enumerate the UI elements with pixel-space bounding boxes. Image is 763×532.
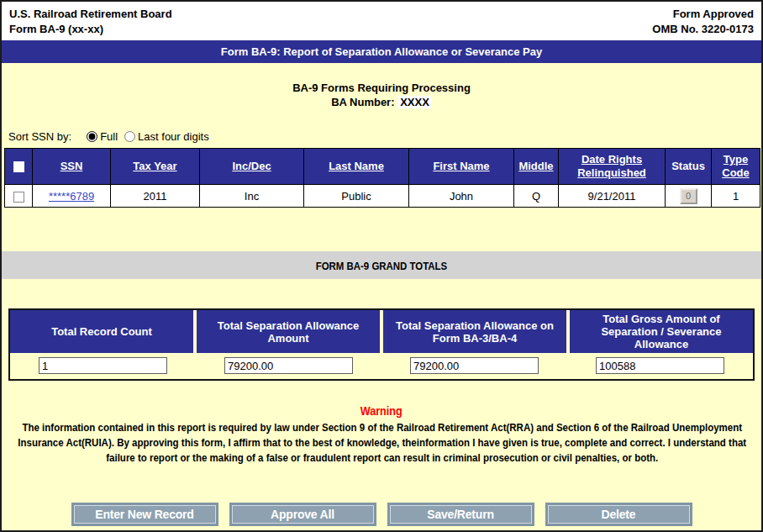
cell-middle: Q: [514, 185, 559, 208]
total-sep-allowance-ba3-input[interactable]: [410, 357, 539, 374]
column-header-tax-year[interactable]: Tax Year: [133, 160, 176, 172]
approve-all-button[interactable]: Approve All: [232, 505, 374, 524]
totals-value-row: [10, 353, 753, 379]
total-gross-amount-input[interactable]: [596, 357, 724, 374]
cell-tax-year: 2011: [111, 185, 200, 208]
omb-number: OMB No. 3220-0173: [652, 22, 754, 37]
action-button-row: Enter New Record Approve All Save/Return…: [2, 503, 761, 526]
sort-full-label: Full: [100, 130, 118, 143]
row-checkbox[interactable]: [13, 192, 24, 203]
save-return-button[interactable]: Save/Return: [390, 505, 532, 524]
cell-type-code: 1: [712, 185, 760, 208]
column-header-status: Status: [671, 160, 705, 172]
column-header-inc-dec[interactable]: Inc/Dec: [232, 160, 271, 172]
table-row: *****6789 2011 Inc Public John Q 9/21/20…: [5, 185, 760, 208]
form-approved-label: Form Approved: [652, 7, 754, 22]
column-header-date-rights[interactable]: Date Rights Relinquished: [577, 153, 646, 179]
total-sep-allowance-input[interactable]: [224, 357, 353, 374]
sort-last4-label: Last four digits: [138, 130, 209, 143]
sort-full-radio[interactable]: [87, 131, 97, 142]
grand-totals-bar: FORM BA-9 GRAND TOTALS: [2, 251, 761, 279]
cell-inc-dec: Inc: [200, 185, 304, 208]
subtitle-heading: BA-9 Forms Requiring Processing: [2, 81, 761, 95]
status-button[interactable]: 0: [680, 188, 697, 204]
total-record-count-input[interactable]: [39, 357, 167, 374]
sort-controls: Sort SSN by: Full Last four digits: [8, 130, 761, 143]
warning-body: The information contained in this report…: [3, 420, 761, 466]
page-title: Form BA-9: Report of Separation Allowanc…: [2, 40, 761, 63]
totals-table: Total Record Count Total Separation Allo…: [8, 308, 755, 381]
warning-title: Warning: [360, 404, 403, 418]
subtitle-block: BA-9 Forms Requiring Processing BA Numbe…: [2, 81, 761, 109]
totals-header-record-count: Total Record Count: [10, 310, 193, 353]
totals-header-sep-allowance-ba3: Total Separation Allowance on Form BA-3/…: [383, 310, 566, 353]
cell-last-name: Public: [304, 185, 409, 208]
form-id: Form BA-9 (xx-xx): [9, 22, 172, 37]
ba-number-value: XXXX: [397, 96, 432, 108]
column-header-middle[interactable]: Middle: [518, 160, 553, 172]
form-ba9-page: U.S. Railroad Retirement Board Form BA-9…: [0, 0, 763, 532]
page-header: U.S. Railroad Retirement Board Form BA-9…: [2, 2, 761, 40]
cell-date-rights: 9/21/2011: [559, 185, 666, 208]
ba-number-label: BA Number:: [331, 96, 394, 108]
sort-label: Sort SSN by:: [8, 130, 71, 143]
totals-header-gross-amount: Total Gross Amount of Separation / Sever…: [570, 310, 753, 353]
select-all-checkbox[interactable]: [13, 161, 24, 172]
ssn-link[interactable]: *****6789: [49, 190, 94, 203]
column-header-ssn[interactable]: SSN: [61, 160, 83, 172]
records-header-row: SSN Tax Year Inc/Dec Last Name First Nam…: [5, 149, 760, 185]
delete-button[interactable]: Delete: [548, 505, 690, 524]
records-table: SSN Tax Year Inc/Dec Last Name First Nam…: [4, 148, 760, 208]
totals-header-row: Total Record Count Total Separation Allo…: [10, 310, 753, 353]
org-name: U.S. Railroad Retirement Board: [9, 7, 172, 22]
cell-first-name: John: [409, 185, 514, 208]
enter-new-record-button[interactable]: Enter New Record: [74, 505, 216, 524]
grand-totals-label: FORM BA-9 GRAND TOTALS: [316, 252, 448, 280]
sort-last4-radio[interactable]: [124, 131, 135, 142]
totals-header-sep-allowance: Total Separation Allowance Amount: [197, 310, 380, 353]
column-header-last-name[interactable]: Last Name: [329, 160, 384, 172]
column-header-type-code[interactable]: Type Code: [722, 153, 750, 179]
warning-section: Warning The information contained in thi…: [2, 403, 761, 466]
column-header-first-name[interactable]: First Name: [433, 160, 489, 172]
